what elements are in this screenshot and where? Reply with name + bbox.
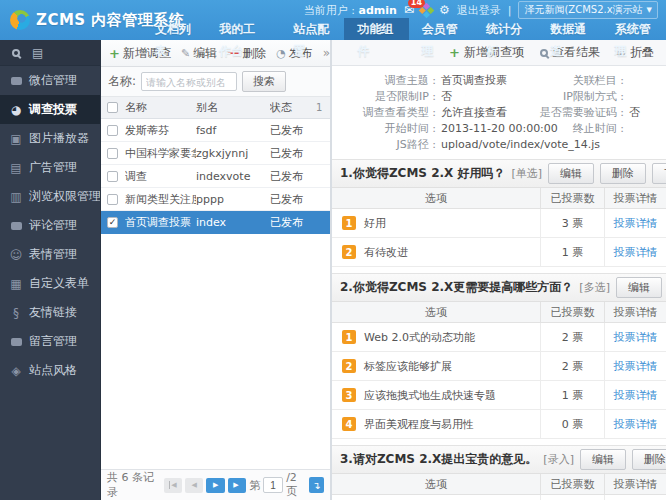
page-number-input[interactable]: [263, 477, 283, 493]
comment-icon: [11, 222, 22, 230]
sidebar-item-survey-vote[interactable]: ◕调查投票: [0, 95, 100, 124]
js-path-value: upload/vote/index/vote_14.js: [436, 137, 600, 153]
table-row[interactable]: 发斯蒂芬 fsdf 已发布: [101, 119, 330, 142]
question-type-tag: [单选]: [512, 166, 543, 181]
gear-icon[interactable]: ⚙: [439, 3, 450, 17]
sidebar-item-site-style[interactable]: ◈站点风格: [0, 356, 100, 385]
search-input[interactable]: [141, 72, 237, 91]
row-checkbox[interactable]: [107, 171, 118, 182]
col-option: 选项: [332, 477, 540, 492]
tab-my-workbench[interactable]: 我的工作台: [206, 18, 280, 40]
site-selector[interactable]: 泽元新闻(ZCMS2.x演示站▼: [518, 1, 658, 19]
select-all-checkbox[interactable]: [107, 102, 118, 113]
record-count: 共 6 条记录: [107, 470, 158, 500]
edit-question-button[interactable]: 编辑: [616, 277, 662, 298]
option-row: 2标签应该能够扩展 2 票 投票详情: [332, 352, 666, 381]
option-text: 应该拖拽式地生成快速专题: [364, 388, 496, 403]
field-label: 调查主题 :: [336, 73, 436, 89]
field-label: IP限制方式 :: [496, 89, 624, 105]
row-checkbox[interactable]: [107, 217, 118, 228]
sidebar-item-wechat[interactable]: 微信管理: [0, 66, 100, 95]
option-number-badge: 4: [342, 417, 356, 431]
tab-function-components[interactable]: 功能组件: [344, 18, 408, 40]
vote-detail-link[interactable]: 投票详情: [614, 359, 658, 374]
wechat-icon: [11, 77, 22, 85]
vote-detail-link[interactable]: 投票详情: [614, 388, 658, 403]
diamond-icon: ◈: [9, 364, 23, 378]
table-row[interactable]: 调查 indexvote 已发布: [101, 165, 330, 188]
tab-statistics[interactable]: 统计分析: [473, 18, 537, 40]
logout-link[interactable]: 退出登录: [457, 3, 501, 18]
ip-limit-value: 否: [436, 89, 452, 105]
row-alias: fsdf: [196, 124, 270, 137]
row-checkbox[interactable]: [107, 148, 118, 159]
mail-icon[interactable]: ✉14: [404, 3, 414, 17]
sidebar: ▤ 微信管理 ◕调查投票 ▣图片播放器 ▤广告管理 ▥浏览权限管理 评论管理 ☺…: [0, 40, 100, 500]
sidebar-item-friend-links[interactable]: §友情链接: [0, 298, 100, 327]
first-page-button[interactable]: ◀: [164, 478, 182, 493]
page-prefix: 第: [249, 478, 260, 493]
last-page-button[interactable]: ▶: [228, 478, 246, 493]
more-actions-button[interactable]: »: [323, 46, 330, 60]
search-button[interactable]: 搜索: [242, 71, 286, 92]
row-name: 中国科学家要拿诺...: [125, 146, 196, 161]
tab-member-management[interactable]: 会员管理: [409, 18, 473, 40]
search-icon: [540, 49, 548, 57]
row-alias: zgkxjynnj: [196, 147, 270, 160]
field-label: 调查查看类型 :: [336, 105, 436, 121]
table-row-selected[interactable]: 首页调查投票 index 已发布: [101, 211, 330, 234]
options-header-row: 选项 已投票数 投票详情: [332, 474, 666, 495]
edit-question-button[interactable]: 编辑: [580, 449, 626, 470]
prev-page-button[interactable]: ◀: [185, 478, 203, 493]
field-label: JS路径 :: [336, 137, 436, 153]
sidebar-item-image-player[interactable]: ▣图片播放器: [0, 124, 100, 153]
option-row: 4界面美观程度与易用性 0 票 投票详情: [332, 410, 666, 439]
page-total: /2页: [286, 471, 305, 499]
search-icon[interactable]: [12, 49, 20, 57]
document-icon[interactable]: ▤: [32, 46, 43, 60]
top-bar: ZCMS 内容管理系统 当前用户 : admin ✉14 ⚙ 退出登录 | 泽元…: [0, 0, 666, 40]
col-votes: 已投票数: [540, 302, 604, 322]
list-search-bar: 名称: 搜索: [101, 67, 330, 97]
tab-site-config[interactable]: 站点配置: [280, 18, 344, 40]
row-checkbox[interactable]: [107, 194, 118, 205]
table-row[interactable]: 新闻类型关注度调... pppp 已发布: [101, 188, 330, 211]
delete-question-button[interactable]: 删除: [600, 163, 646, 184]
survey-table: 名称 别名 状态 1 发斯蒂芬 fsdf 已发布 中国科学家要拿诺... zgk…: [101, 97, 330, 469]
option-row: 1Web 2.0式的动态功能 2 票 投票详情: [332, 323, 666, 352]
tab-system-management[interactable]: 系统管理: [602, 18, 666, 40]
vote-detail-link[interactable]: 投票详情: [614, 216, 658, 231]
ip-mode-value: [624, 89, 629, 105]
view-results-button[interactable]: 查看结果: [540, 44, 600, 61]
tab-document-list[interactable]: 文档列表: [142, 18, 206, 40]
sidebar-item-custom-form[interactable]: ▦自定义表单: [0, 269, 100, 298]
field-label: 是否限制IP :: [336, 89, 436, 105]
image-icon: ▣: [9, 132, 23, 146]
sidebar-item-comment-management[interactable]: 评论管理: [0, 211, 100, 240]
vote-detail-link[interactable]: 投票详情: [614, 245, 658, 260]
sidebar-item-browse-permission[interactable]: ▥浏览权限管理: [0, 182, 100, 211]
col-option: 选项: [332, 191, 540, 206]
vote-detail-link[interactable]: 投票详情: [614, 417, 658, 432]
option-text: 有待改进: [364, 245, 408, 260]
field-label: 是否需要验证码 :: [496, 105, 624, 121]
goto-page-button[interactable]: ↴: [309, 477, 324, 493]
sidebar-item-ad-management[interactable]: ▤广告管理: [0, 153, 100, 182]
row-status: 已发布: [270, 146, 316, 161]
survey-detail-panel: +新增调查项 查看结果 ∞折叠 调查主题 :首页调查投票 关联栏目 : 是否限制…: [332, 40, 666, 500]
sidebar-item-emoticon-management[interactable]: ☺表情管理: [0, 240, 100, 269]
edit-survey-button[interactable]: ✎编辑: [181, 45, 217, 62]
tab-data-channel[interactable]: 数据通道: [537, 18, 601, 40]
next-page-button[interactable]: ▶: [206, 478, 224, 493]
row-checkbox[interactable]: [107, 125, 118, 136]
chevron-down-icon: ▼: [647, 6, 652, 14]
option-votes: 4 票: [540, 495, 604, 500]
table-row[interactable]: 中国科学家要拿诺... zgkxjynnj 已发布: [101, 142, 330, 165]
vote-detail-link[interactable]: 投票详情: [614, 330, 658, 345]
sidebar-item-message-management[interactable]: 留言管理: [0, 327, 100, 356]
delete-question-button[interactable]: 删除: [632, 449, 666, 470]
move-down-button[interactable]: 下移: [652, 163, 666, 184]
table-header-row: 名称 别名 状态 1: [101, 97, 330, 119]
edit-question-button[interactable]: 编辑: [548, 163, 594, 184]
row-alias: indexvote: [196, 170, 270, 183]
